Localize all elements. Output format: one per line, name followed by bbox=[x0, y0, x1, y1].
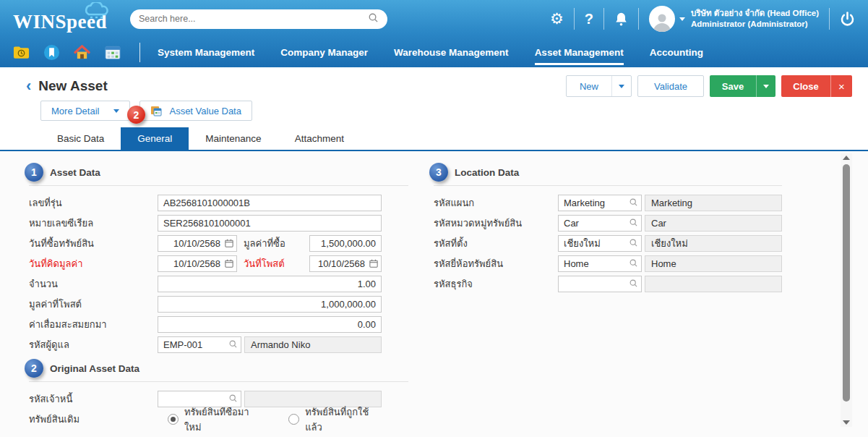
brand-code-input[interactable] bbox=[558, 255, 642, 272]
caretaker-code-input[interactable] bbox=[158, 336, 241, 353]
asset-value-data-button[interactable]: Asset Value Data bbox=[139, 101, 252, 121]
tab-general[interactable]: General bbox=[121, 127, 189, 150]
radio-used-asset-label: ทรัพย์สินที่ถูกใช้แล้ว bbox=[305, 404, 377, 435]
post-date-input[interactable] bbox=[309, 255, 382, 272]
row-serial-no: หมายเลขซีเรียล bbox=[29, 215, 408, 232]
department-code-input[interactable] bbox=[558, 195, 642, 211]
tab-attachment[interactable]: Attachment bbox=[278, 127, 361, 150]
tab-maintenance[interactable]: Maintenance bbox=[189, 127, 278, 150]
search-box[interactable] bbox=[130, 9, 387, 29]
save-dropdown-button[interactable] bbox=[757, 75, 775, 97]
purchase-value-label: มูลค่าที่ซื้อ bbox=[244, 236, 304, 251]
save-button-label[interactable]: Save bbox=[710, 75, 756, 97]
save-button[interactable]: Save bbox=[710, 75, 775, 97]
title-row: ‹ New Asset New Validate Save Close × bbox=[0, 67, 868, 98]
row-value-date: วันที่คิดมูลค่า วันที่โพสต์ bbox=[29, 255, 408, 272]
back-icon[interactable]: ‹ bbox=[26, 78, 31, 94]
radio-unselected-icon[interactable] bbox=[288, 414, 299, 425]
serial-no-input[interactable] bbox=[158, 215, 382, 232]
model-no-input[interactable] bbox=[158, 195, 382, 211]
scroll-down-arrow-icon[interactable] bbox=[843, 420, 850, 425]
section-original-asset-title: Original Asset Data bbox=[50, 363, 139, 374]
new-button-label[interactable]: New bbox=[567, 76, 611, 96]
folder-icon[interactable] bbox=[13, 44, 30, 61]
accum-depreciation-label: ค่าเสื่อมสะสมยกมา bbox=[29, 317, 158, 332]
more-detail-label: More Detail bbox=[51, 106, 99, 116]
home-icon[interactable] bbox=[74, 44, 90, 61]
serial-no-label: หมายเลขซีเรียล bbox=[29, 216, 158, 231]
row-brand: รหัสยี่ห้อทรัพย์สิน Home bbox=[434, 255, 782, 272]
power-icon[interactable] bbox=[840, 12, 855, 27]
asset-category-code-input[interactable] bbox=[558, 215, 642, 232]
row-business: รหัสธุรกิจ bbox=[434, 276, 782, 292]
row-original-condition: ทรัพย์สินเดิม ทรัพย์สินที่ซื้อมาใหม่ ทรั… bbox=[29, 411, 408, 428]
validate-button[interactable]: Validate bbox=[637, 75, 704, 97]
close-x-icon[interactable]: × bbox=[831, 75, 852, 97]
nav-accounting[interactable]: Accounting bbox=[650, 38, 703, 67]
nav-warehouse-management[interactable]: Warehouse Management bbox=[394, 38, 509, 67]
asset-value-data-label: Asset Value Data bbox=[169, 106, 241, 116]
more-detail-button[interactable]: More Detail bbox=[40, 101, 130, 121]
gear-icon[interactable]: ⚙ bbox=[550, 10, 564, 27]
search-input[interactable] bbox=[139, 14, 368, 24]
help-icon[interactable]: ? bbox=[585, 11, 593, 27]
posted-value-label: มูลค่าที่โพสต์ bbox=[29, 297, 158, 312]
creditor-code-input[interactable] bbox=[158, 391, 241, 407]
vertical-scrollbar[interactable] bbox=[841, 153, 852, 427]
row-department: รหัสแผนก Marketing bbox=[434, 195, 782, 211]
post-date-label: วันที่โพสต์ bbox=[244, 256, 304, 271]
calendar-icon[interactable] bbox=[104, 44, 121, 61]
location-code-input[interactable] bbox=[558, 235, 642, 252]
scroll-up-arrow-icon[interactable] bbox=[843, 156, 850, 160]
asset-category-name-field: Car bbox=[645, 215, 782, 232]
search-icon[interactable] bbox=[368, 12, 379, 26]
row-quantity: จำนวน bbox=[29, 276, 408, 292]
brand-name-field: Home bbox=[645, 255, 782, 272]
new-dropdown-button[interactable] bbox=[611, 76, 631, 96]
radio-new-asset[interactable]: ทรัพย์สินที่ซื้อมาใหม่ bbox=[168, 404, 257, 435]
chevron-down-icon bbox=[113, 109, 119, 113]
posted-value-input[interactable] bbox=[158, 296, 382, 313]
new-button[interactable]: New bbox=[566, 75, 632, 97]
purchase-value-input[interactable] bbox=[309, 235, 382, 252]
bell-icon[interactable] bbox=[614, 12, 628, 26]
radio-used-asset[interactable]: ทรัพย์สินที่ถูกใช้แล้ว bbox=[288, 404, 377, 435]
section-asset-data-header: 1 Asset Data bbox=[29, 163, 408, 186]
nav-company-manager[interactable]: Company Manager bbox=[280, 38, 368, 67]
avatar[interactable] bbox=[649, 6, 675, 32]
bookmark-icon[interactable] bbox=[43, 44, 60, 61]
main-nav: System Management Company Manager Wareho… bbox=[158, 38, 729, 67]
callout-badge-2: 2 bbox=[127, 106, 145, 124]
row-location: รหัสที่ตั้ง เชียงใหม่ bbox=[434, 235, 782, 252]
close-button[interactable]: Close × bbox=[781, 75, 852, 97]
model-no-label: เลขที่รุ่น bbox=[29, 195, 158, 211]
quantity-input[interactable] bbox=[158, 276, 382, 292]
brand-label: รหัสยี่ห้อทรัพย์สิน bbox=[434, 256, 558, 271]
tab-basic-data[interactable]: Basic Data bbox=[40, 127, 121, 150]
divider bbox=[829, 8, 830, 30]
accum-depreciation-input[interactable] bbox=[158, 316, 382, 333]
business-code-input[interactable] bbox=[558, 276, 642, 292]
close-button-label[interactable]: Close bbox=[781, 75, 830, 97]
divider bbox=[638, 8, 639, 30]
user-menu[interactable] bbox=[649, 6, 685, 32]
badge-3: 3 bbox=[429, 163, 448, 182]
scrollbar-thumb[interactable] bbox=[843, 164, 850, 402]
form-content: 1 Asset Data เลขที่รุ่น หมายเลขซีเรียล ว… bbox=[0, 151, 868, 416]
badge-1: 1 bbox=[25, 163, 43, 182]
action-buttons: New Validate Save Close × bbox=[566, 75, 852, 97]
caretaker-name-field: Armando Niko bbox=[244, 336, 382, 353]
validate-button-label[interactable]: Validate bbox=[638, 76, 703, 96]
purchase-date-input[interactable] bbox=[158, 235, 237, 252]
row-caretaker: รหัสผู้ดูแล Armando Niko bbox=[29, 336, 408, 353]
radio-selected-icon[interactable] bbox=[168, 414, 179, 425]
row-model-no: เลขที่รุ่น bbox=[29, 195, 408, 211]
nav-asset-management[interactable]: Asset Management bbox=[535, 38, 624, 67]
value-date-input[interactable] bbox=[158, 255, 237, 272]
nav-system-management[interactable]: System Management bbox=[158, 38, 254, 67]
asset-category-label: รหัสหมวดหมู่ทรัพย์สิน bbox=[434, 216, 558, 231]
business-name-field bbox=[645, 276, 782, 292]
section-location-data-title: Location Data bbox=[455, 167, 519, 178]
original-condition-label: ทรัพย์สินเดิม bbox=[29, 412, 158, 427]
user-role: Administrator (Administrator) bbox=[691, 19, 819, 30]
